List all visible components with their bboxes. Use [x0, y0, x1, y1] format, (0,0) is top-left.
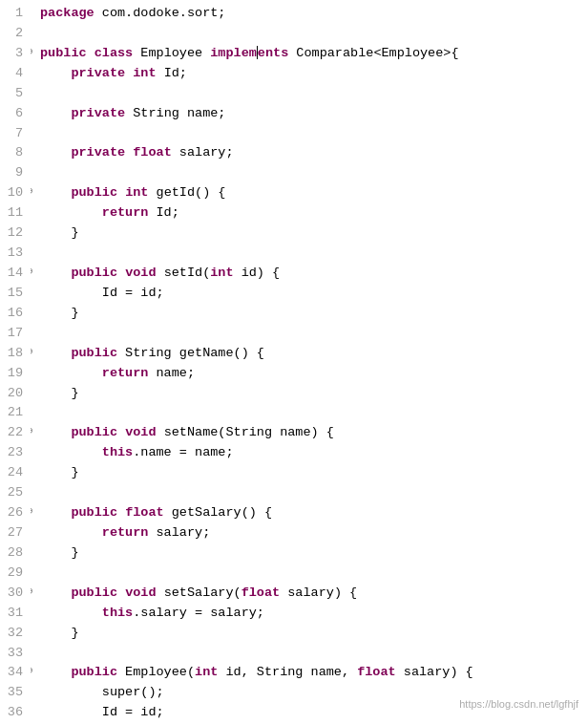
code-line-13: [40, 244, 588, 264]
code-editor: 1234567891011121314151617181920212223242…: [0, 0, 588, 724]
code-line-22: ⊖ public void setName(String name) {: [40, 423, 588, 443]
line-number-17: 17: [4, 324, 23, 344]
line-number-12: 12: [4, 224, 23, 244]
code-line-9: [40, 163, 588, 183]
line-number-26: 26: [4, 503, 23, 523]
line-number-31: 31: [4, 604, 23, 624]
line-number-4: 4: [4, 64, 23, 84]
line-number-27: 27: [4, 523, 23, 543]
code-line-15: Id = id;: [40, 284, 588, 304]
code-line-8: private float salary;: [40, 143, 588, 163]
line-number-14: 14: [4, 264, 23, 284]
line-number-22: 22: [4, 423, 23, 443]
code-line-20: }: [40, 384, 588, 404]
line-number-2: 2: [4, 24, 23, 44]
collapse-icon-line-18[interactable]: ⊖: [31, 344, 33, 360]
line-number-28: 28: [4, 543, 23, 564]
collapse-icon-line-30[interactable]: ⊖: [31, 584, 33, 600]
line-number-35: 35: [4, 683, 23, 703]
code-line-30: ⊖ public void setSalary(float salary) {: [40, 584, 588, 604]
line-number-10: 10: [4, 183, 23, 203]
line-number-24: 24: [4, 463, 23, 483]
code-line-17: [40, 324, 588, 344]
code-line-21: [40, 403, 588, 423]
code-line-11: return Id;: [40, 203, 588, 224]
line-number-33: 33: [4, 644, 23, 664]
code-line-16: }: [40, 304, 588, 324]
line-number-13: 13: [4, 244, 23, 264]
line-number-32: 32: [4, 624, 23, 644]
code-line-25: [40, 483, 588, 503]
line-number-8: 8: [4, 143, 23, 163]
line-number-15: 15: [4, 284, 23, 304]
code-line-3: ⊖public class Employee implements Compar…: [40, 44, 588, 64]
code-line-28: }: [40, 543, 588, 564]
code-line-32: }: [40, 624, 588, 644]
code-line-26: ⊖ public float getSalary() {: [40, 503, 588, 523]
code-line-31: this.salary = salary;: [40, 604, 588, 624]
code-line-34: ⊖ public Employee(int id, String name, f…: [40, 663, 588, 683]
code-content[interactable]: package com.dodoke.sort; ⊖public class E…: [31, 4, 588, 724]
code-line-18: ⊖ public String getName() {: [40, 344, 588, 364]
line-number-11: 11: [4, 203, 23, 224]
code-line-27: return salary;: [40, 523, 588, 543]
collapse-icon-line-22[interactable]: ⊖: [31, 423, 33, 439]
line-number-23: 23: [4, 443, 23, 463]
line-number-19: 19: [4, 364, 23, 384]
code-line-5: [40, 84, 588, 104]
code-line-23: this.name = name;: [40, 443, 588, 463]
collapse-icon-line-3[interactable]: ⊖: [31, 44, 33, 60]
code-line-33: [40, 644, 588, 664]
code-line-29: [40, 564, 588, 584]
code-line-12: }: [40, 224, 588, 244]
code-line-1: package com.dodoke.sort;: [40, 4, 588, 24]
line-number-20: 20: [4, 384, 23, 404]
line-number-1: 1: [4, 4, 23, 24]
code-line-4: private int Id;: [40, 64, 588, 84]
line-number-30: 30: [4, 584, 23, 604]
code-line-10: ⊖ public int getId() {: [40, 183, 588, 203]
line-number-34: 34: [4, 663, 23, 683]
line-number-25: 25: [4, 483, 23, 503]
code-line-6: private String name;: [40, 104, 588, 124]
line-number-7: 7: [4, 124, 23, 144]
watermark: https://blog.csdn.net/lgfhjf: [459, 696, 578, 713]
line-number-21: 21: [4, 403, 23, 423]
line-number-36: 36: [4, 703, 23, 723]
code-line-24: }: [40, 463, 588, 483]
collapse-icon-line-10[interactable]: ⊖: [31, 183, 33, 200]
collapse-icon-line-26[interactable]: ⊖: [31, 503, 33, 520]
line-number-gutter: 1234567891011121314151617181920212223242…: [0, 4, 31, 724]
line-number-29: 29: [4, 564, 23, 584]
line-number-3: 3: [4, 44, 23, 64]
line-number-16: 16: [4, 304, 23, 324]
line-number-9: 9: [4, 163, 23, 183]
collapse-icon-line-14[interactable]: ⊖: [31, 264, 33, 280]
collapse-icon-line-34[interactable]: ⊖: [31, 663, 33, 679]
line-number-5: 5: [4, 84, 23, 104]
line-number-6: 6: [4, 104, 23, 124]
code-line-2: [40, 24, 588, 44]
line-number-18: 18: [4, 344, 23, 364]
code-line-19: return name;: [40, 364, 588, 384]
code-line-14: ⊖ public void setId(int id) {: [40, 264, 588, 284]
code-line-7: [40, 124, 588, 144]
